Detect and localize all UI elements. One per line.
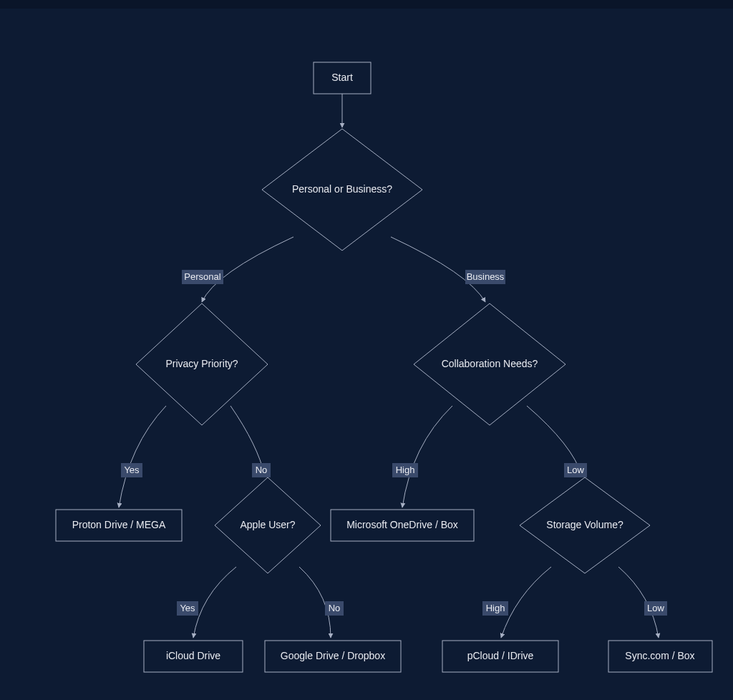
edge-storage-pcloud — [501, 567, 551, 638]
node-proton-label: Proton Drive / MEGA — [72, 519, 166, 530]
edge-label-personal: Personal — [184, 271, 220, 282]
node-icloud-label: iCloud Drive — [166, 650, 220, 661]
edge-pob-collab — [391, 237, 485, 302]
node-msod-label: Microsoft OneDrive / Box — [346, 519, 458, 530]
top-strip — [0, 0, 733, 9]
node-pob-label: Personal or Business? — [292, 183, 392, 195]
edge-label-no1: No — [256, 465, 268, 475]
edge-label-no2: No — [329, 603, 341, 613]
edge-label-high1: High — [396, 465, 415, 475]
edge-label-business: Business — [467, 271, 505, 282]
flowchart-canvas: Personal Business Yes No High Low Yes No… — [0, 9, 733, 700]
node-start-label: Start — [331, 72, 353, 83]
edge-label-high2: High — [486, 603, 505, 613]
node-privacy-label: Privacy Priority? — [165, 358, 238, 369]
edge-pob-privacy — [202, 237, 293, 302]
node-gdrive-label: Google Drive / Dropbox — [281, 650, 385, 661]
node-collab-label: Collaboration Needs? — [442, 358, 538, 369]
node-pcloud-label: pCloud / IDrive — [467, 650, 534, 661]
node-apple-label: Apple User? — [240, 519, 295, 530]
edge-label-yes2: Yes — [180, 603, 195, 613]
edge-label-yes1: Yes — [124, 465, 140, 475]
edge-label-low1: Low — [567, 465, 584, 475]
edge-label-low2: Low — [647, 603, 664, 613]
edge-collab-msod — [402, 406, 452, 507]
edge-apple-icloud — [193, 567, 236, 638]
node-storage-label: Storage Volume? — [546, 519, 623, 530]
edge-privacy-proton — [119, 406, 166, 507]
node-sync-label: Sync.com / Box — [625, 650, 694, 661]
